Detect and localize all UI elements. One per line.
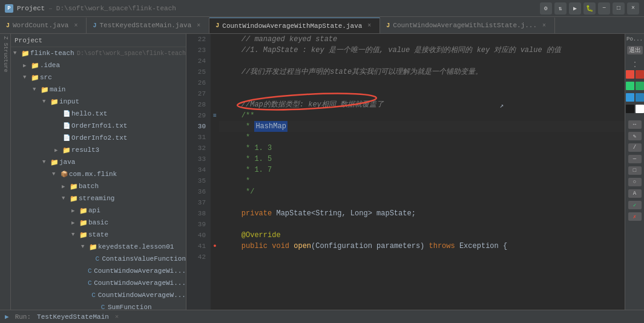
structure-panel-tab[interactable]: Z Structure — [0, 34, 11, 310]
tree-label: batch — [79, 183, 186, 190]
tree-item-com-mx-flink[interactable]: ▼ 📦 com.mx.flink — [11, 168, 186, 180]
tree-item-src[interactable]: ▼ 📁 src — [11, 71, 186, 83]
project-tree[interactable]: ▼ 📁 flink-teach D:\soft\work_space\flink… — [11, 47, 186, 310]
code-line-22: // managed keyed state — [219, 34, 625, 45]
color-green[interactable] — [626, 82, 634, 90]
gutter-33 — [211, 154, 219, 165]
code-text: * — [224, 121, 254, 132]
code-editor[interactable]: 22 23 24 25 26 27 28 29 30 31 32 33 34 3… — [186, 34, 625, 310]
settings-btn[interactable]: ⚙ — [540, 2, 552, 15]
tree-item-basic[interactable]: ▶ 📁 basic — [11, 217, 186, 229]
tree-item-result3[interactable]: ▶ 📁 result3 — [11, 144, 186, 156]
code-text: //1. MapState : key 是一个唯一的值, value 是接收到的… — [224, 45, 561, 56]
tree-item-cwa2[interactable]: ▶ C CountWindowAverageWi... — [11, 277, 186, 289]
sidebar: Project ▼ 📁 flink-teach D:\soft\work_spa… — [11, 34, 186, 310]
color-blue[interactable] — [626, 93, 634, 102]
tree-item-state[interactable]: ▼ 📁 state — [11, 229, 186, 241]
ln-25: 25 — [186, 67, 211, 77]
class-icon: C — [86, 267, 94, 275]
tab-close-2[interactable]: × — [194, 21, 203, 30]
code-text: * 1. 7 — [224, 165, 272, 175]
code-line-37 — [219, 197, 625, 208]
folder-icon: 📁 — [30, 62, 40, 70]
minimize-btn[interactable]: − — [598, 2, 610, 15]
folder-icon: 📁 — [30, 74, 40, 82]
ln-29: 29 — [186, 110, 211, 121]
tab-countwindowaverage-liststate[interactable]: J CountWindowAverageWithListState.j... × — [380, 18, 555, 33]
gutter-29: ≡ — [211, 110, 219, 121]
tree-label: api — [88, 207, 186, 214]
tree-item-flink-teach[interactable]: ▼ 📁 flink-teach D:\soft\work_space\flink… — [11, 47, 186, 59]
tool-text[interactable]: A — [628, 189, 642, 198]
tree-item-containsvaluefunction[interactable]: ▶ C ContainsValueFunction — [11, 253, 186, 265]
arrow-icon: ▼ — [42, 159, 50, 165]
status-bar: ▶ Run: TestKeyedStateMain × — [0, 310, 644, 323]
tree-label: com.mx.flink — [69, 171, 186, 178]
tool-arrow[interactable]: ↔ — [628, 120, 642, 129]
exit-btn[interactable]: 退出 — [627, 46, 643, 54]
ln-28: 28 — [186, 99, 211, 110]
code-kw: public — [242, 241, 268, 252]
tree-item-orderinfo2[interactable]: ▶ 📄 OrderInfo2.txt — [11, 132, 186, 144]
tool-check[interactable]: ✓ — [628, 201, 642, 209]
tree-item-input[interactable]: ▼ 📁 input — [11, 96, 186, 108]
vcs-btn[interactable]: ⇅ — [554, 2, 567, 15]
run-btn[interactable]: ▶ — [569, 2, 581, 15]
folder-icon: 📁 — [69, 183, 79, 191]
tab-java-icon-1: J — [6, 22, 10, 29]
color-dark-red[interactable] — [636, 70, 644, 79]
color-white[interactable] — [636, 105, 644, 113]
tree-label: CountWindowAverageWi... — [94, 279, 186, 287]
color-dark-blue[interactable] — [636, 93, 644, 102]
tab-close-4[interactable]: × — [540, 21, 548, 30]
tree-item-java[interactable]: ▼ 📁 java — [11, 156, 186, 168]
maximize-btn[interactable]: □ — [613, 2, 625, 15]
tool-circle[interactable]: ○ — [628, 178, 642, 186]
gutter-25 — [211, 67, 219, 77]
tree-item-cwa1[interactable]: ▶ C CountWindowAverageWi... — [11, 265, 186, 277]
ln-22: 22 — [186, 34, 211, 45]
ln-33: 33 — [186, 154, 211, 165]
debug-btn[interactable]: 🐛 — [583, 2, 596, 15]
gutter-32 — [211, 143, 219, 154]
run-indicator-icon: ▶ — [5, 313, 9, 321]
color-row-4 — [626, 105, 644, 113]
tree-item-api[interactable]: ▶ 📁 api — [11, 204, 186, 217]
tab-testkeyedstatemain[interactable]: J TestKeyedStateMain.java × — [87, 18, 209, 33]
tree-item-main[interactable]: ▼ 📁 main — [11, 83, 186, 96]
tree-item-keyedstate[interactable]: ▼ 📁 keyedstate.lesson01 — [11, 241, 186, 253]
tool-line[interactable]: / — [628, 143, 642, 152]
tree-item-sumfunction[interactable]: ▶ C SumFunction — [11, 301, 186, 310]
tool-cross[interactable]: ✗ — [628, 212, 642, 221]
tree-item-cwa3[interactable]: ▶ C CountWindowAverageW... — [11, 289, 186, 301]
code-content[interactable]: // managed keyed state //1. MapState : k… — [219, 34, 625, 310]
tab-label-1: WordCount.java — [13, 22, 68, 29]
color-black[interactable] — [626, 105, 634, 113]
tree-path: D:\soft\work_space\flink-teach — [77, 50, 186, 57]
tree-item-batch[interactable]: ▶ 📁 batch — [11, 180, 186, 192]
tool-rect[interactable]: □ — [628, 166, 642, 175]
code-text — [224, 241, 242, 252]
sidebar-title: Project — [15, 37, 42, 44]
code-line-35: * — [219, 175, 625, 186]
tab-countwindowaverage-mapstate[interactable]: J CountWindowAverageWithMapState.java × — [209, 18, 380, 33]
tool-pen[interactable]: ✎ — [628, 132, 642, 140]
tree-item-orderinfo1[interactable]: ▶ 📄 OrderInfo1.txt — [11, 120, 186, 132]
tree-item-streaming[interactable]: ▼ 📁 streaming — [11, 192, 186, 204]
folder-icon: 📁 — [50, 158, 59, 166]
tree-item-idea[interactable]: ▶ 📁 .idea — [11, 59, 186, 71]
code-text: //Map的数据类型: key相同 数据就覆盖了 — [224, 99, 384, 110]
tab-close-3[interactable]: × — [365, 22, 373, 30]
color-dark-green[interactable] — [636, 82, 644, 90]
tab-label-3: CountWindowAverageWithMapState.java — [222, 22, 362, 30]
class-icon: C — [89, 292, 97, 299]
tree-label: basic — [88, 219, 186, 226]
tab-wordcount[interactable]: J WordCount.java × — [0, 18, 87, 33]
tree-item-hello-txt[interactable]: ▶ 📄 hello.txt — [11, 108, 186, 120]
tree-label: CountWindowAverageW... — [98, 292, 186, 299]
ln-24: 24 — [186, 56, 211, 67]
close-btn[interactable]: × — [627, 2, 639, 15]
color-red[interactable] — [626, 70, 634, 79]
tool-eraser[interactable]: — — [628, 155, 642, 163]
tab-close-1[interactable]: × — [71, 21, 80, 30]
